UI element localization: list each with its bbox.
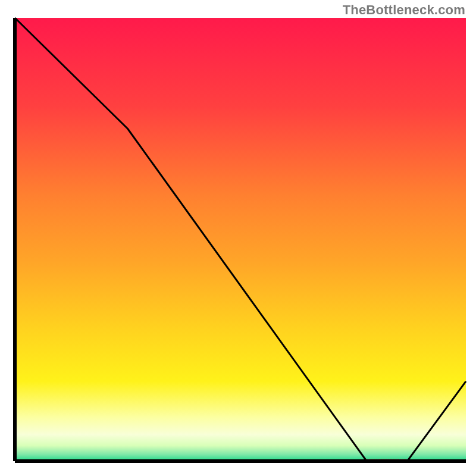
bottleneck-chart-svg bbox=[0, 0, 476, 476]
watermark-text: TheBottleneck.com bbox=[343, 2, 465, 18]
chart-stage: TheBottleneck.com bbox=[0, 0, 476, 476]
